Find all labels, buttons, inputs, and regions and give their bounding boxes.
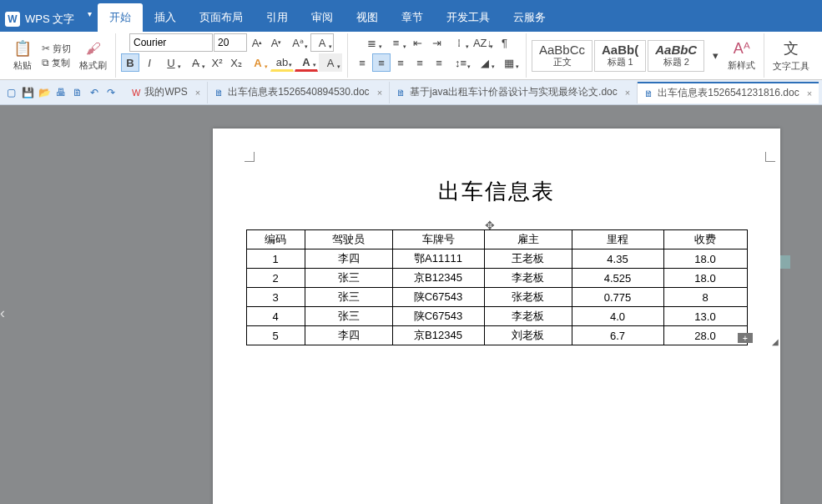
show-marks-button[interactable]: ¶ xyxy=(496,33,514,52)
strike-button[interactable]: A̶ xyxy=(184,53,207,72)
menu-references[interactable]: 引用 xyxy=(255,3,300,32)
subscript-button[interactable]: X₂ xyxy=(227,53,245,72)
close-icon[interactable]: × xyxy=(195,88,200,98)
decrease-indent-button[interactable]: ⇤ xyxy=(409,33,427,52)
sort-button[interactable]: AZ↓ xyxy=(472,33,495,52)
menu-cloud[interactable]: 云服务 xyxy=(502,3,557,32)
print-preview-button[interactable]: 🗎 xyxy=(70,85,85,100)
close-icon[interactable]: × xyxy=(807,88,812,98)
table-row[interactable]: 1李四鄂A11111王老板4.3518.0 xyxy=(246,249,747,269)
header-mileage[interactable]: 里程 xyxy=(572,230,663,249)
shrink-font-button[interactable]: A▾ xyxy=(267,33,285,52)
header-plate[interactable]: 车牌号 xyxy=(392,230,484,249)
table-cell[interactable]: 2 xyxy=(246,269,305,288)
table-cell[interactable]: 8 xyxy=(663,288,747,307)
shading-button[interactable]: A xyxy=(319,53,342,72)
menu-home[interactable]: 开始 xyxy=(98,3,143,32)
table-cell[interactable]: 京B12345 xyxy=(392,326,484,345)
menu-review[interactable]: 审阅 xyxy=(300,3,345,32)
menu-page-layout[interactable]: 页面布局 xyxy=(188,3,255,32)
close-icon[interactable]: × xyxy=(625,88,630,98)
header-fee[interactable]: 收费 xyxy=(663,230,747,249)
prev-page-nav[interactable]: ‹ xyxy=(0,305,5,322)
menu-insert[interactable]: 插入 xyxy=(143,3,188,32)
styles-expand-button[interactable]: ▾ xyxy=(706,47,724,65)
table-cell[interactable]: 18.0 xyxy=(663,269,747,288)
numbering-button[interactable]: ≡ xyxy=(385,33,408,52)
table-add-row-button[interactable]: + xyxy=(738,333,753,343)
change-case-button[interactable]: Aᵃ xyxy=(286,33,310,52)
table-cell[interactable]: 李老板 xyxy=(484,307,572,326)
redo-button[interactable]: ↷ xyxy=(103,85,119,100)
paste-button[interactable]: 📋 粘贴 xyxy=(8,38,37,73)
new-style-button[interactable]: Aᴬ 新样式 xyxy=(724,38,759,73)
header-driver[interactable]: 驾驶员 xyxy=(305,230,392,249)
font-color-button[interactable]: A xyxy=(295,53,318,72)
data-table[interactable]: 编码 驾驶员 车牌号 雇主 里程 收费 1李四鄂A11111王老板4.3518.… xyxy=(246,229,748,345)
undo-button[interactable]: ↶ xyxy=(87,85,102,100)
italic-button[interactable]: I xyxy=(140,53,159,72)
table-cell[interactable]: 4.0 xyxy=(572,307,663,326)
table-header-row[interactable]: 编码 驾驶员 车牌号 雇主 里程 收费 xyxy=(246,230,747,249)
open-button[interactable]: 📂 xyxy=(37,85,52,100)
table-row[interactable]: 4张三陕C67543李老板4.013.0 xyxy=(246,307,747,326)
style-heading1[interactable]: AaBb( 标题 1 xyxy=(594,40,646,72)
table-cell[interactable]: 28.0 xyxy=(663,326,747,345)
table-cell[interactable]: 京B12345 xyxy=(392,269,484,288)
copy-button[interactable]: ⧉复制 xyxy=(40,57,73,69)
tab-doc-2[interactable]: 🗎 基于java出租车计价器设计与实现最终论文.doc × xyxy=(390,82,638,103)
tab-button[interactable]: ⁞ xyxy=(447,33,471,52)
table-row[interactable]: 3张三陕C67543张老板0.7758 xyxy=(246,288,747,307)
table-cell[interactable]: 5 xyxy=(246,326,305,345)
table-cell[interactable]: 4 xyxy=(246,307,305,326)
highlight-button[interactable]: ab xyxy=(270,53,294,72)
tab-my-wps[interactable]: W 我的WPS × xyxy=(125,82,208,103)
document-title[interactable]: 出车信息表 xyxy=(213,177,780,206)
align-center-button[interactable]: ≡ xyxy=(372,53,391,72)
increase-indent-button[interactable]: ⇥ xyxy=(428,33,446,52)
font-name-select[interactable] xyxy=(129,33,213,52)
text-tools-button[interactable]: 文 文字工具 xyxy=(769,37,813,74)
table-cell[interactable]: 13.0 xyxy=(663,307,747,326)
table-cell[interactable]: 陕C67543 xyxy=(392,307,484,326)
new-doc-button[interactable]: ▢ xyxy=(3,85,18,100)
save-button[interactable]: 💾 xyxy=(20,85,35,100)
style-heading2[interactable]: AaBbC 标题 2 xyxy=(648,40,704,72)
table-cell[interactable]: 1 xyxy=(246,249,305,269)
table-row[interactable]: 2张三京B12345李老板4.52518.0 xyxy=(246,269,747,288)
table-cell[interactable]: 3 xyxy=(246,288,305,307)
border-button[interactable]: ▦ xyxy=(497,53,521,72)
underline-button[interactable]: U xyxy=(159,53,183,72)
table-cell[interactable]: 张老板 xyxy=(484,288,572,307)
table-cell[interactable]: 4.525 xyxy=(572,269,663,288)
bullets-button[interactable]: ≣ xyxy=(361,33,384,52)
table-cell[interactable]: 张三 xyxy=(305,269,392,288)
table-row[interactable]: 5李四京B12345刘老板6.728.0 xyxy=(246,326,747,345)
table-cell[interactable]: 陕C67543 xyxy=(392,288,484,307)
tab-doc-1[interactable]: 🗎 出车信息表1526540894530.doc × xyxy=(208,82,390,103)
close-icon[interactable]: × xyxy=(377,88,382,98)
table-cell[interactable]: 6.7 xyxy=(572,326,663,345)
table-cell[interactable]: 李四 xyxy=(305,249,392,269)
document-page[interactable]: ✥ 出车信息表 编码 驾驶员 车牌号 雇主 里程 收费 1李四鄂A11111王老… xyxy=(213,129,780,504)
table-cell[interactable]: 鄂A11111 xyxy=(392,249,484,269)
tab-doc-3[interactable]: 🗎 出车信息表1526541231816.doc × xyxy=(638,82,819,103)
table-cell[interactable]: 18.0 xyxy=(663,249,747,269)
table-cell[interactable]: 4.35 xyxy=(572,249,663,269)
cut-button[interactable]: ✂剪切 xyxy=(40,43,73,55)
table-cell[interactable]: 0.775 xyxy=(572,288,663,307)
align-right-button[interactable]: ≡ xyxy=(391,53,410,72)
table-cell[interactable]: 李四 xyxy=(305,326,392,345)
menu-section[interactable]: 章节 xyxy=(390,3,435,32)
grow-font-button[interactable]: A▴ xyxy=(248,33,266,52)
side-panel-toggle[interactable] xyxy=(780,255,790,269)
fill-color-button[interactable]: ◢ xyxy=(473,53,497,72)
table-cell[interactable]: 张三 xyxy=(305,288,392,307)
print-button[interactable]: 🖶 xyxy=(53,85,68,100)
bold-button[interactable]: B xyxy=(121,53,139,72)
align-left-button[interactable]: ≡ xyxy=(353,53,371,72)
table-cell[interactable]: 王老板 xyxy=(484,249,572,269)
header-id[interactable]: 编码 xyxy=(246,230,305,249)
font-size-select[interactable] xyxy=(214,33,247,52)
table-cell[interactable]: 张三 xyxy=(305,307,392,326)
